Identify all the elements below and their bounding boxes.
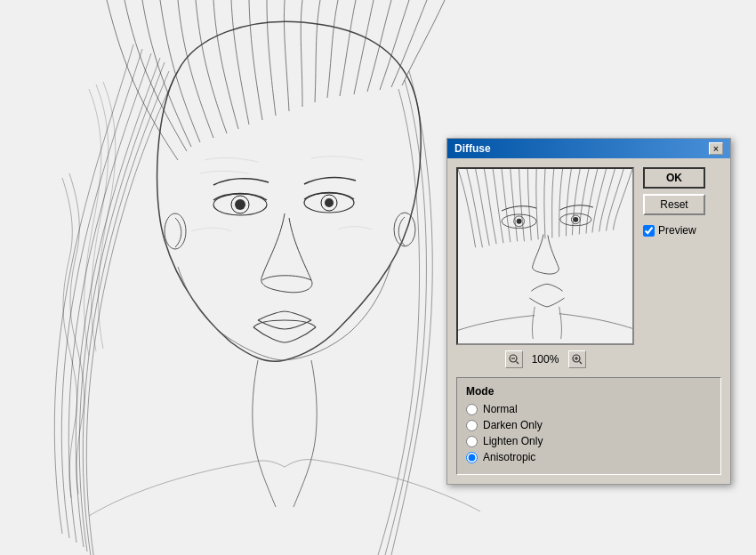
mode-lighten-radio[interactable] [466,436,478,447]
right-section: OK Reset Preview [643,167,714,368]
dialog-titlebar: Diffuse × [447,139,730,158]
mode-lighten-option[interactable]: Lighten Only [466,435,712,447]
svg-line-22 [579,362,582,365]
dialog-title: Diffuse [454,142,491,155]
preview-checkbox[interactable] [643,225,655,237]
mode-normal-option[interactable]: Normal [466,403,712,415]
preview-image [456,167,634,345]
reset-button[interactable]: Reset [643,194,705,215]
zoom-controls: 100% [505,350,586,368]
dialog-close-button[interactable]: × [709,142,723,155]
mode-section-label: Mode [466,385,712,398]
mode-section: Mode Normal Darken Only Lighten Only Ani… [456,377,721,475]
mode-normal-label: Normal [483,403,518,415]
svg-point-15 [573,217,578,222]
mode-anisotropic-option[interactable]: Anisotropic [466,451,712,463]
mode-lighten-label: Lighten Only [483,435,543,447]
diffuse-dialog: Diffuse × [446,138,731,485]
svg-point-3 [235,199,245,210]
mode-anisotropic-label: Anisotropic [483,451,535,463]
svg-line-18 [516,362,519,365]
svg-point-12 [517,219,522,224]
svg-rect-9 [458,169,632,343]
zoom-out-button[interactable] [505,350,523,368]
ok-button[interactable]: OK [643,167,705,189]
svg-point-6 [325,198,334,207]
mode-normal-radio[interactable] [466,404,478,415]
preview-checkbox-label[interactable]: Preview [658,224,696,237]
dialog-body: 100% OK Reset Preview [447,158,730,377]
mode-darken-radio[interactable] [466,420,478,431]
mode-darken-label: Darken Only [483,419,543,431]
preview-section: 100% [456,167,634,368]
zoom-in-button[interactable] [568,350,586,368]
preview-checkbox-container: Preview [643,224,714,237]
mode-anisotropic-radio[interactable] [466,452,478,463]
zoom-level-label: 100% [530,353,561,366]
mode-darken-option[interactable]: Darken Only [466,419,712,431]
